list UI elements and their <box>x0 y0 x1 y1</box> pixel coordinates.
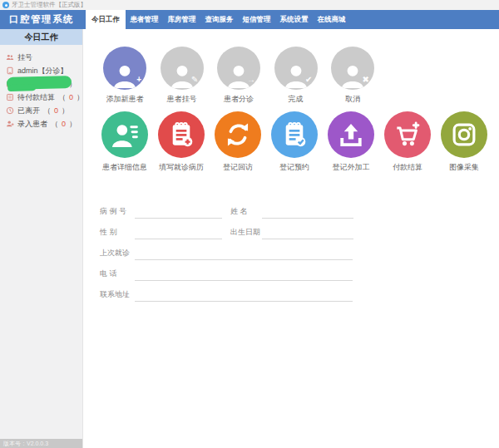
person-plus-icon <box>6 120 14 128</box>
upload-tray-icon <box>328 111 374 158</box>
action-label: 添加新患者 <box>106 94 144 105</box>
action-label: 患者分诊 <box>224 94 254 105</box>
form-row: 病 例 号 姓 名 <box>100 198 358 219</box>
app-window: 牙卫士管理软件【正式版】 口腔管理系统 今日工作 患者管理 库房管理 查询服务 … <box>0 0 499 448</box>
tab-system-settings[interactable]: 系统设置 <box>275 10 313 29</box>
sidebar-item-label: 挂号 <box>17 52 32 63</box>
add-new-patient-button[interactable]: + 添加新患者 <box>103 47 146 105</box>
plus-badge-icon: + <box>136 76 141 84</box>
form-row: 联系地址 <box>100 281 358 302</box>
register-followup-button[interactable]: 登记回访 <box>215 111 261 173</box>
paren: （ <box>51 119 58 130</box>
sidebar-item-label: 已离开 <box>17 106 40 116</box>
phone-field[interactable] <box>135 269 353 281</box>
sync-arrows-icon <box>215 111 261 158</box>
fill-medical-record-button[interactable]: 填写就诊病历 <box>158 111 205 173</box>
sidebar-item-enter-patient[interactable]: 录入患者（0） <box>6 117 82 130</box>
top-navigation: 口腔管理系统 今日工作 患者管理 库房管理 查询服务 短信管理 系统设置 在线商… <box>0 10 499 29</box>
app-logo-icon <box>2 2 9 8</box>
name-field[interactable] <box>262 207 353 219</box>
notepad-check-icon <box>271 111 318 158</box>
nav-tabs: 今日工作 患者管理 库房管理 查询服务 短信管理 系统设置 在线商城 <box>86 10 350 29</box>
paren: （ <box>58 92 66 103</box>
register-appointment-button[interactable]: 登记预约 <box>271 111 318 173</box>
person-arrow-icon: → <box>217 47 260 90</box>
people-icon <box>6 53 14 62</box>
sidebar: 今日工作 挂号 admin【分诊】 <box>0 29 83 448</box>
titlebar: 牙卫士管理软件【正式版】 <box>0 0 499 10</box>
left-count: 0 <box>54 106 58 115</box>
person-check-icon: ✔ <box>274 47 318 90</box>
form-row: 上次就诊 <box>100 239 358 260</box>
address-field[interactable] <box>135 290 353 302</box>
arrow-badge-icon: → <box>247 76 255 84</box>
action-label: 付款结算 <box>393 162 422 173</box>
action-label: 填写就诊病历 <box>159 162 204 173</box>
window-title: 牙卫士管理软件【正式版】 <box>12 1 86 9</box>
version-statusbar: 版本号：V2.0.0.3 <box>0 439 82 448</box>
action-label: 登记预约 <box>279 162 309 173</box>
address-label: 联系地址 <box>100 289 135 302</box>
camera-icon <box>441 111 487 158</box>
patient-triage-button[interactable]: → 患者分诊 <box>217 47 260 105</box>
check-badge-icon: ✔ <box>305 76 312 84</box>
sidebar-item-admin-triage[interactable]: admin【分诊】 <box>6 64 82 77</box>
system-title: 口腔管理系统 <box>0 10 83 29</box>
tab-sms-management[interactable]: 短信管理 <box>238 10 275 29</box>
cancel-button[interactable]: ✖ 取消 <box>331 47 374 105</box>
patient-info-form: 病 例 号 姓 名 性 别 出生日期 上次就诊 电 话 联系地址 <box>83 173 358 302</box>
person-details-icon <box>101 111 148 158</box>
gender-field[interactable] <box>135 228 222 239</box>
form-row: 电 话 <box>100 260 358 281</box>
name-label: 姓 名 <box>230 206 262 219</box>
notepad-plus-icon <box>158 111 205 158</box>
birthdate-label: 出生日期 <box>230 227 262 239</box>
last-visit-label: 上次就诊 <box>100 248 135 260</box>
person-plus-icon: + <box>103 47 146 90</box>
case-number-field[interactable] <box>135 207 222 219</box>
enter-patient-count: 0 <box>62 120 66 128</box>
tab-online-mall[interactable]: 在线商城 <box>313 10 350 29</box>
x-badge-icon: ✖ <box>363 76 369 84</box>
patient-details-button[interactable]: 患者详细信息 <box>101 111 148 173</box>
tab-patient-management[interactable]: 患者管理 <box>126 10 163 29</box>
image-capture-button[interactable]: 图像采集 <box>441 111 487 173</box>
action-label: 取消 <box>345 94 360 105</box>
paren: ） <box>62 106 69 116</box>
case-number-label: 病 例 号 <box>100 206 135 219</box>
complete-button[interactable]: ✔ 完成 <box>274 47 318 105</box>
phone-icon <box>6 66 14 75</box>
sidebar-item-label: admin【分诊】 <box>17 66 68 76</box>
tab-today-work[interactable]: 今日工作 <box>86 10 126 29</box>
gender-label: 性 别 <box>100 227 135 239</box>
sidebar-section-header: 今日工作 <box>0 29 82 45</box>
tab-query-service[interactable]: 查询服务 <box>200 10 238 29</box>
paren: （ <box>43 106 51 116</box>
payment-settlement-button[interactable]: 付款结算 <box>384 111 431 173</box>
main-content: + 添加新患者 ✎ 患者挂号 → 患者分诊 <box>83 29 499 448</box>
sidebar-item-pending-payment[interactable]: 待付款结算（0） <box>6 91 82 104</box>
invoice-icon <box>6 93 14 101</box>
sidebar-item-registration[interactable]: 挂号 <box>6 51 82 64</box>
tab-warehouse-management[interactable]: 库房管理 <box>163 10 200 29</box>
action-row-patient-flow: + 添加新患者 ✎ 患者挂号 → 患者分诊 <box>83 29 499 105</box>
cart-plus-icon <box>384 111 431 158</box>
phone-label: 电 话 <box>100 268 135 281</box>
birthdate-field[interactable] <box>262 228 353 239</box>
action-label: 图像采集 <box>449 162 479 173</box>
paren: ） <box>69 119 77 130</box>
clock-icon <box>6 106 14 115</box>
action-label: 登记外加工 <box>333 162 370 173</box>
sidebar-item-label: 待付款结算 <box>17 92 55 103</box>
sidebar-item-left[interactable]: 已离开（0） <box>6 104 82 117</box>
green-marker-redaction <box>7 76 72 90</box>
action-label: 完成 <box>289 94 304 105</box>
person-x-icon: ✖ <box>331 47 374 90</box>
register-outsourcing-button[interactable]: 登记外加工 <box>328 111 374 173</box>
patient-registration-button[interactable]: ✎ 患者挂号 <box>161 47 204 105</box>
form-row: 性 别 出生日期 <box>100 219 358 239</box>
pending-payment-count: 0 <box>69 93 73 101</box>
last-visit-field[interactable] <box>135 249 353 260</box>
action-label: 登记回访 <box>223 162 253 173</box>
action-label: 患者详细信息 <box>102 162 147 173</box>
